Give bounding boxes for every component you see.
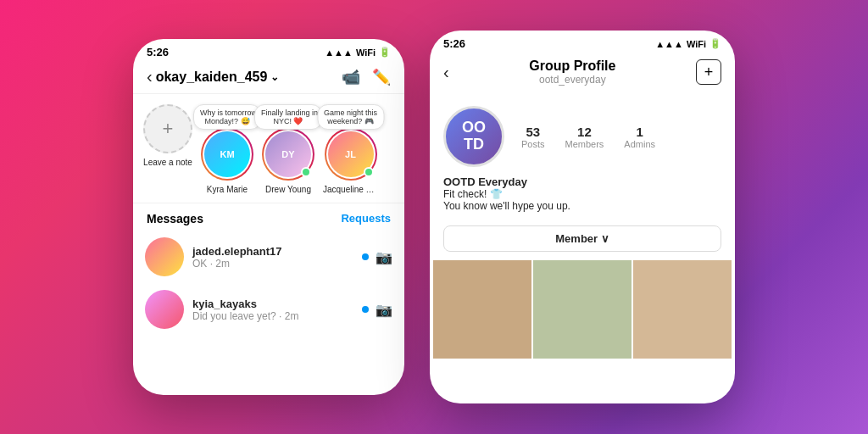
photo-cell-2[interactable] xyxy=(633,260,732,359)
group-profile-header: ‹ Group Profile ootd_everyday + xyxy=(430,53,735,94)
group-stats: 53 Posts 12 Members 1 Admins xyxy=(521,125,655,149)
stat-members-label: Members xyxy=(565,139,604,149)
status-bar-left: 5:26 ▲▲▲ WiFi 🔋 xyxy=(133,39,404,62)
member-button-wrapper: Member ∨ xyxy=(430,220,735,260)
add-story-item[interactable]: + Leave a note xyxy=(143,104,192,194)
online-indicator-jacqueline xyxy=(364,167,374,177)
signal-icon: ▲▲▲ xyxy=(325,47,353,58)
story-ring-drew: DY xyxy=(262,128,314,181)
message-actions-0: 📷 xyxy=(362,249,392,265)
right-phone: 5:26 ▲▲▲ WiFi 🔋 ‹ Group Profile ootd_eve… xyxy=(430,31,735,403)
status-time-right: 5:26 xyxy=(443,37,465,50)
member-button[interactable]: Member ∨ xyxy=(443,225,721,252)
message-avatar-1 xyxy=(145,290,184,329)
story-ring-kyra: KM xyxy=(201,128,253,181)
chat-title[interactable]: ‹ okay_kaiden_459 ⌄ xyxy=(147,67,279,86)
message-preview-1: Did you leave yet? · 2m xyxy=(192,310,353,322)
story-note-kyra: Why is tomorrowMonday!? 😅 xyxy=(193,104,261,130)
stat-posts-label: Posts xyxy=(521,139,545,149)
photo-cell-1[interactable] xyxy=(533,260,632,359)
photo-grid xyxy=(430,260,735,359)
story-note-drew: Finally landing inNYC! ❤️ xyxy=(254,104,322,130)
story-label-jacqueline: Jacqueline Lam xyxy=(323,185,378,194)
message-username-0: jaded.elephant17 xyxy=(192,245,353,258)
group-bio: OOTD Everyday Fit check! 👕 You know we'l… xyxy=(430,175,735,220)
story-note-jacqueline: Game night thisweekend? 🎮 xyxy=(317,104,384,130)
story-label-kyra: Kyra Marie xyxy=(207,185,248,194)
stat-members-number: 12 xyxy=(577,125,592,139)
message-info-0: jaded.elephant17 OK · 2m xyxy=(192,245,353,270)
stat-posts: 53 Posts xyxy=(521,125,545,149)
header-action-icons: 📹 ✏️ xyxy=(342,68,391,86)
stat-members: 12 Members xyxy=(565,125,604,149)
chevron-down-icon: ⌄ xyxy=(270,71,279,83)
unread-dot-0 xyxy=(362,253,369,260)
battery-icon: 🔋 xyxy=(379,47,391,58)
add-story-label: Leave a note xyxy=(143,158,192,167)
story-avatar-kyra: KM xyxy=(204,131,250,177)
chat-header: ‹ okay_kaiden_459 ⌄ 📹 ✏️ xyxy=(133,62,404,94)
group-avatar: OOTD xyxy=(443,106,504,167)
photo-cell-0[interactable] xyxy=(433,260,531,359)
group-profile-section: OOTD 53 Posts 12 Members 1 Admins xyxy=(430,94,735,175)
message-info-1: kyia_kayaks Did you leave yet? · 2m xyxy=(192,298,353,322)
unread-dot-1 xyxy=(362,306,369,313)
stories-row: + Leave a note Why is tomorrowMonday!? 😅… xyxy=(133,94,404,203)
story-item-drew[interactable]: Finally landing inNYC! ❤️ DY Drew Young xyxy=(262,104,314,194)
stat-admins-label: Admins xyxy=(624,139,655,149)
group-title-block: Group Profile ootd_everyday xyxy=(529,58,615,86)
camera-icon-0[interactable]: 📷 xyxy=(376,249,392,265)
back-arrow-icon[interactable]: ‹ xyxy=(147,67,153,86)
message-item-1[interactable]: kyia_kayaks Did you leave yet? · 2m 📷 xyxy=(133,283,404,336)
message-item-0[interactable]: jaded.elephant17 OK · 2m 📷 xyxy=(133,231,404,283)
battery-icon-r: 🔋 xyxy=(709,38,721,49)
edit-icon[interactable]: ✏️ xyxy=(372,68,391,86)
stat-admins-number: 1 xyxy=(637,125,643,139)
story-ring-jacqueline: JL xyxy=(325,128,377,181)
back-arrow-right[interactable]: ‹ xyxy=(443,63,449,82)
chat-username: okay_kaiden_459 xyxy=(156,70,268,85)
story-item-kyra[interactable]: Why is tomorrowMonday!? 😅 KM Kyra Marie xyxy=(201,104,253,194)
group-name-text: OOTD Everyday xyxy=(443,175,721,188)
camera-icon-1[interactable]: 📷 xyxy=(376,302,392,318)
status-bar-right: 5:26 ▲▲▲ WiFi 🔋 xyxy=(430,31,735,53)
messages-header: Messages Requests xyxy=(133,203,404,231)
message-username-1: kyia_kayaks xyxy=(192,298,353,310)
message-preview-0: OK · 2m xyxy=(192,258,353,270)
message-actions-1: 📷 xyxy=(362,302,392,318)
left-phone: 5:26 ▲▲▲ WiFi 🔋 ‹ okay_kaiden_459 ⌄ 📹 ✏️… xyxy=(133,39,404,395)
group-profile-title: Group Profile xyxy=(529,58,615,74)
status-time-left: 5:26 xyxy=(147,46,169,58)
online-indicator-drew xyxy=(301,167,311,177)
status-icons-right: ▲▲▲ WiFi 🔋 xyxy=(655,38,721,49)
group-profile-subtitle: ootd_everyday xyxy=(529,74,615,86)
story-item-jacqueline[interactable]: Game night thisweekend? 🎮 JL Jacqueline … xyxy=(323,104,378,194)
message-avatar-0 xyxy=(145,237,184,276)
status-icons-left: ▲▲▲ WiFi 🔋 xyxy=(325,47,391,58)
add-group-button[interactable]: + xyxy=(696,59,721,85)
stat-admins: 1 Admins xyxy=(624,125,655,149)
video-icon[interactable]: 📹 xyxy=(342,68,360,86)
wifi-icon-r: WiFi xyxy=(687,39,706,49)
requests-link[interactable]: Requests xyxy=(341,212,391,225)
story-label-drew: Drew Young xyxy=(265,185,311,194)
group-bio-line-1: You know we'll hype you up. xyxy=(443,200,721,212)
signal-icon-r: ▲▲▲ xyxy=(655,39,683,49)
add-story-avatar: + xyxy=(143,104,192,153)
stat-posts-number: 53 xyxy=(526,125,540,139)
messages-title: Messages xyxy=(147,212,203,225)
wifi-icon: WiFi xyxy=(356,47,376,58)
group-bio-line-0: Fit check! 👕 xyxy=(443,188,721,200)
